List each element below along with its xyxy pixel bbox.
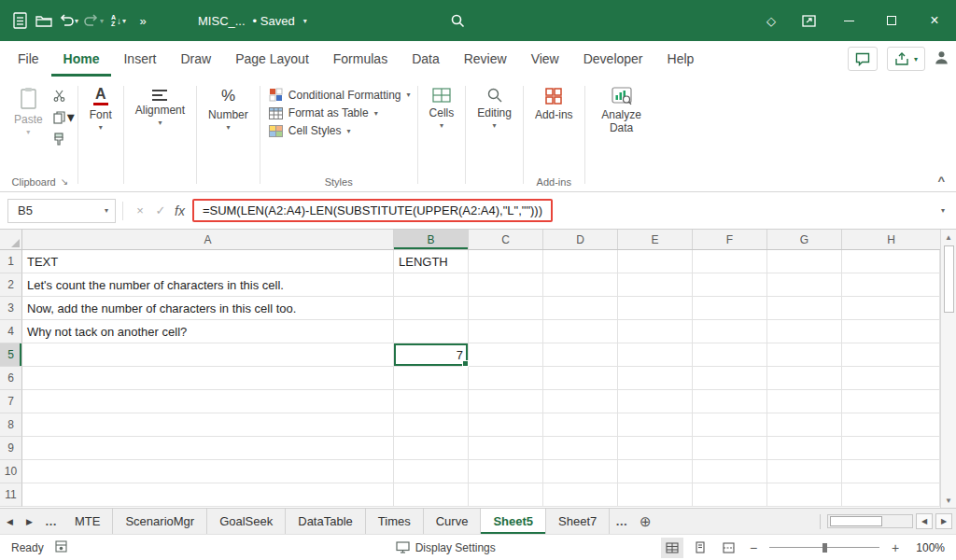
- cell-E5[interactable]: [618, 343, 693, 367]
- analyze-data-button[interactable]: Analyze Data: [588, 82, 655, 139]
- cut-button[interactable]: [53, 90, 75, 102]
- col-header-A[interactable]: A: [22, 230, 394, 249]
- saved-chevron-icon[interactable]: ▾: [303, 17, 307, 25]
- cell-E10[interactable]: [618, 460, 693, 483]
- vscroll-thumb[interactable]: [944, 245, 954, 313]
- cell-E6[interactable]: [618, 367, 693, 390]
- new-sheet-button[interactable]: ⊕: [633, 509, 657, 534]
- sensitivity-diamond-icon[interactable]: ◇: [752, 0, 790, 41]
- tab-page-layout[interactable]: Page Layout: [223, 41, 321, 77]
- cell-A3[interactable]: Now, add the number of characters in thi…: [22, 297, 394, 320]
- cell-H7[interactable]: [842, 390, 940, 413]
- col-header-F[interactable]: F: [693, 230, 767, 249]
- cell-E2[interactable]: [618, 273, 693, 297]
- redo-button[interactable]: ▾: [81, 6, 106, 35]
- cell-styles-button[interactable]: Cell Styles ▾: [269, 124, 351, 137]
- cell-D6[interactable]: [543, 367, 618, 390]
- collapse-ribbon-icon[interactable]: ^: [937, 174, 945, 188]
- cell-E1[interactable]: [618, 250, 693, 273]
- cell-D5[interactable]: [543, 343, 618, 367]
- alignment-button[interactable]: Alignment ▾: [127, 82, 193, 132]
- formula-input[interactable]: =SUM(LEN(A2:A4)-LEN(SUBSTITUTE(UPPER(A2:…: [192, 199, 937, 222]
- copy-button[interactable]: ▾: [53, 108, 75, 126]
- row-header-1[interactable]: 1: [0, 250, 22, 273]
- sheet-nav-right-icon[interactable]: ▶: [20, 509, 39, 534]
- cell-G1[interactable]: [767, 250, 842, 273]
- cell-D3[interactable]: [543, 297, 618, 320]
- addins-button[interactable]: Add-ins: [527, 82, 582, 126]
- cell-B5[interactable]: 7: [394, 343, 469, 367]
- cell-C7[interactable]: [469, 390, 543, 413]
- horizontal-scrollbar[interactable]: [827, 514, 913, 528]
- cell-A9[interactable]: [22, 437, 394, 460]
- sheet-tab-times[interactable]: Times: [366, 509, 424, 534]
- cell-C2[interactable]: [469, 273, 543, 297]
- cell-F7[interactable]: [693, 390, 767, 413]
- sheet-tab-goalseek[interactable]: GoalSeek: [207, 509, 286, 534]
- cell-G9[interactable]: [767, 437, 842, 460]
- row-header-8[interactable]: 8: [0, 413, 22, 437]
- vertical-scrollbar[interactable]: ▲ ▼: [940, 230, 956, 508]
- font-button[interactable]: A Font ▾: [81, 82, 120, 136]
- tab-draw[interactable]: Draw: [168, 41, 223, 77]
- cell-D10[interactable]: [543, 460, 618, 483]
- cell-A5[interactable]: [22, 343, 394, 367]
- cell-G11[interactable]: [767, 483, 842, 507]
- cell-B3[interactable]: [394, 297, 469, 320]
- sheet-tab-sheet5[interactable]: Sheet5: [481, 509, 546, 534]
- cell-A2[interactable]: Let's count the number of characters in …: [22, 273, 394, 297]
- tab-help[interactable]: Help: [655, 41, 707, 77]
- cell-B10[interactable]: [394, 460, 469, 483]
- cell-E11[interactable]: [618, 483, 693, 507]
- redo-chevron-icon[interactable]: ▾: [100, 17, 104, 25]
- cell-G8[interactable]: [767, 413, 842, 437]
- cell-C9[interactable]: [469, 437, 543, 460]
- cell-D9[interactable]: [543, 437, 618, 460]
- sheet-tab-mte[interactable]: MTE: [63, 509, 113, 534]
- cell-F1[interactable]: [693, 250, 767, 273]
- tab-view[interactable]: View: [519, 41, 571, 77]
- share-button[interactable]: ▾: [887, 47, 925, 71]
- tab-home[interactable]: Home: [51, 41, 112, 77]
- maximize-button[interactable]: [870, 0, 913, 41]
- cell-D1[interactable]: [543, 250, 618, 273]
- page-break-view-button[interactable]: [717, 538, 739, 558]
- select-all-corner[interactable]: [0, 230, 22, 249]
- zoom-slider[interactable]: [769, 541, 879, 554]
- cell-B8[interactable]: [394, 413, 469, 437]
- tab-insert[interactable]: Insert: [111, 41, 168, 77]
- cell-F6[interactable]: [693, 367, 767, 390]
- cell-D4[interactable]: [543, 320, 618, 343]
- cell-A4[interactable]: Why not tack on another cell?: [22, 320, 394, 343]
- cancel-icon[interactable]: ×: [130, 203, 150, 217]
- cell-D2[interactable]: [543, 273, 618, 297]
- cell-H3[interactable]: [842, 297, 940, 320]
- sheet-tab-sheet7[interactable]: Sheet7: [546, 509, 610, 534]
- row-header-7[interactable]: 7: [0, 390, 22, 413]
- tab-formulas[interactable]: Formulas: [321, 41, 400, 77]
- sheet-tab-scenariomgr[interactable]: ScenarioMgr: [113, 509, 207, 534]
- cell-H1[interactable]: [842, 250, 940, 273]
- clipboard-dialog-launcher-icon[interactable]: ↘: [61, 176, 68, 187]
- cell-B4[interactable]: [394, 320, 469, 343]
- cell-E8[interactable]: [618, 413, 693, 437]
- sheet-overflow-right[interactable]: …: [610, 509, 633, 534]
- close-button[interactable]: ×: [913, 0, 956, 41]
- document-title-group[interactable]: MISC_... • Saved ▾: [198, 14, 307, 28]
- col-header-D[interactable]: D: [543, 230, 618, 249]
- cell-A1[interactable]: TEXT: [22, 250, 394, 273]
- zoom-level[interactable]: 100%: [909, 541, 945, 554]
- name-box-chevron-icon[interactable]: ▾: [98, 206, 115, 215]
- cell-F10[interactable]: [693, 460, 767, 483]
- insert-function-button[interactable]: fx: [175, 203, 185, 218]
- row-header-10[interactable]: 10: [0, 460, 22, 483]
- cell-F5[interactable]: [693, 343, 767, 367]
- display-settings-button[interactable]: Display Settings: [396, 541, 496, 554]
- format-as-table-button[interactable]: Format as Table ▾: [269, 106, 378, 119]
- cell-G6[interactable]: [767, 367, 842, 390]
- cell-C8[interactable]: [469, 413, 543, 437]
- cell-E9[interactable]: [618, 437, 693, 460]
- sort-chevron-icon[interactable]: ▾: [122, 17, 126, 25]
- row-header-9[interactable]: 9: [0, 437, 22, 460]
- tab-review[interactable]: Review: [452, 41, 519, 77]
